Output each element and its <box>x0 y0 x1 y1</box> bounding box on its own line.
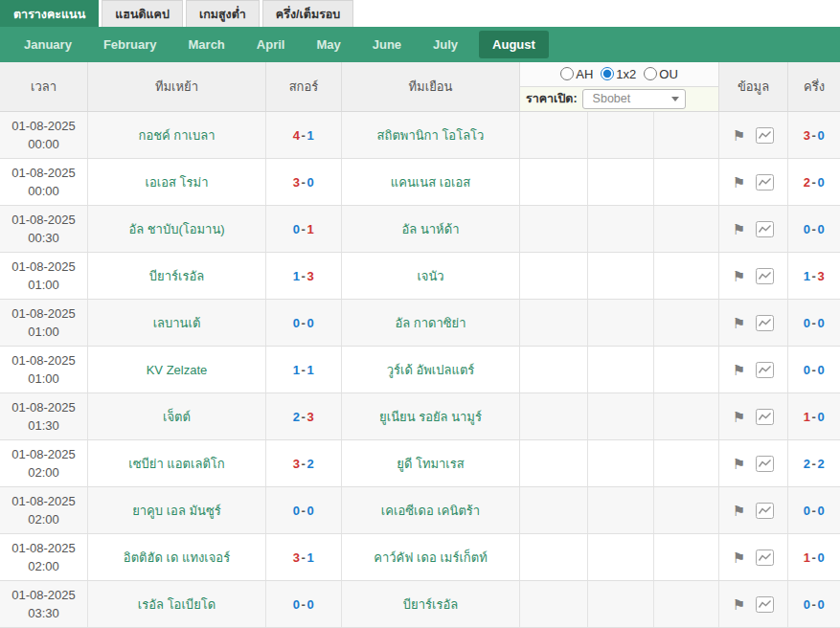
half-time-score: 2-0 <box>788 159 840 205</box>
flag-icon[interactable]: ⚑ <box>733 128 745 143</box>
month-april[interactable]: April <box>246 33 296 56</box>
month-july[interactable]: July <box>422 33 468 56</box>
month-march[interactable]: March <box>178 33 236 56</box>
flag-icon[interactable]: ⚑ <box>733 316 745 330</box>
match-date: 01-08-2025 <box>11 492 76 510</box>
away-team-link[interactable]: บียาร์เรอัล <box>399 594 462 615</box>
flag-icon[interactable]: ⚑ <box>733 504 745 518</box>
odds-cell-1 <box>520 393 588 439</box>
match-row: 01-08-2025 01:00 บียาร์เรอัล 1-3 เจนัว ⚑… <box>0 253 840 300</box>
odds-type-ah[interactable]: AH <box>560 67 593 81</box>
match-date: 01-08-2025 <box>11 304 76 323</box>
away-team-link[interactable]: อัล กาดาซิย่า <box>391 313 469 333</box>
chart-icon[interactable] <box>756 221 774 237</box>
odds-cell-1 <box>520 206 588 252</box>
info-cell: ⚑ <box>719 347 788 392</box>
away-team-link[interactable]: ยูดี โทมาเรส <box>393 454 467 474</box>
month-february[interactable]: February <box>93 33 168 56</box>
flag-icon[interactable]: ⚑ <box>733 410 745 424</box>
home-team-link[interactable]: เลบานเต้ <box>149 313 205 333</box>
tab-1[interactable]: แฮนดิแคป <box>102 0 183 27</box>
half-time-score: 0-0 <box>788 487 840 533</box>
tab-2[interactable]: เกมสูงต่ำ <box>186 0 260 27</box>
away-team-link[interactable]: สถิตพานิกา โอโลโว <box>374 125 488 146</box>
match-datetime: 01-08-2025 02:00 <box>0 440 88 486</box>
odds-type-1x2[interactable]: 1x2 <box>601 67 636 81</box>
chart-icon[interactable] <box>756 409 774 425</box>
chart-icon[interactable] <box>756 174 774 191</box>
odds-type-radio-1x2[interactable] <box>601 67 614 80</box>
odds-type-radio-ah[interactable] <box>560 67 574 80</box>
away-team-link[interactable]: เจนัว <box>413 266 447 286</box>
info-cell: ⚑ <box>719 300 788 346</box>
odds-type-radio-ou[interactable] <box>644 67 657 80</box>
table-header: เวลา ทีมเหย้า สกอร์ ทีมเยือน AH1x2OU ราค… <box>0 62 840 112</box>
month-may[interactable]: May <box>306 33 351 56</box>
info-cell: ⚑ <box>719 487 788 533</box>
odds-cell-x <box>588 393 654 439</box>
home-team-link[interactable]: ยาคูบ เอล มันซูร์ <box>128 501 225 521</box>
away-team-link[interactable]: วูร์เด้ อัพเปลแตร์ <box>383 360 479 380</box>
odds-cell-1 <box>520 440 588 486</box>
chart-icon[interactable] <box>756 550 774 566</box>
home-team-link[interactable]: เซบีย่า แอตเลติโก <box>125 454 228 474</box>
away-team-link[interactable]: แคนเนส เอเอส <box>387 172 474 192</box>
match-time: 02:00 <box>28 557 59 575</box>
month-january[interactable]: January <box>13 33 82 56</box>
odds-cell-x <box>588 487 654 533</box>
odds-cell-x <box>588 253 654 299</box>
home-team-link[interactable]: เรอัล โอเบียโด <box>134 594 219 615</box>
match-row: 01-08-2025 01:30 เจ็ตต์ 2-3 ยูเนียน รอยั… <box>0 393 840 440</box>
away-team-cell: วูร์เด้ อัพเปลแตร์ <box>342 347 520 392</box>
away-team-link[interactable]: อัล นาห์ด้า <box>398 219 464 239</box>
odds-cell-2 <box>654 581 719 627</box>
match-datetime: 01-08-2025 00:30 <box>0 206 88 252</box>
odds-cell-1 <box>520 300 588 346</box>
month-august[interactable]: August <box>479 31 549 58</box>
home-team-link[interactable]: เอเอส โรม่า <box>142 172 213 192</box>
away-team-link[interactable]: เคเอซีเดอ เคนิตร้า <box>377 501 484 521</box>
away-team-link[interactable]: คาว์คัฟ เดอ เมร์เก็ตท์ <box>370 548 490 568</box>
flag-icon[interactable]: ⚑ <box>733 222 745 236</box>
flag-icon[interactable]: ⚑ <box>733 597 745 612</box>
month-june[interactable]: June <box>362 33 412 56</box>
match-time: 00:00 <box>28 182 59 200</box>
half-time-score: 2-2 <box>788 440 840 486</box>
match-date: 01-08-2025 <box>11 211 76 229</box>
home-team-link[interactable]: อิตติฮัด เด แทงเจอร์ <box>120 548 234 568</box>
chart-icon[interactable] <box>756 456 774 472</box>
chart-icon[interactable] <box>756 127 774 144</box>
bookmaker-select[interactable]: Sbobet <box>582 89 686 109</box>
flag-icon[interactable]: ⚑ <box>733 363 745 377</box>
flag-icon[interactable]: ⚑ <box>733 550 745 565</box>
chart-icon[interactable] <box>756 596 774 613</box>
flag-icon[interactable]: ⚑ <box>733 269 745 283</box>
home-team-link[interactable]: เจ็ตต์ <box>159 407 194 427</box>
home-team-link[interactable]: อัล ชาบับ(โอมาน) <box>125 219 228 239</box>
odds-cell-x <box>588 300 654 346</box>
away-team-link[interactable]: ยูเนียน รอยัล นามูร์ <box>375 407 486 427</box>
flag-icon[interactable]: ⚑ <box>733 175 745 190</box>
half-time-score: 1-3 <box>788 253 840 299</box>
chart-icon[interactable] <box>756 268 774 284</box>
match-time: 03:30 <box>28 604 59 622</box>
chart-icon[interactable] <box>756 503 774 519</box>
home-team-link[interactable]: KV Zelzate <box>143 363 212 377</box>
match-time: 01:00 <box>28 276 59 294</box>
match-datetime: 01-08-2025 02:00 <box>0 487 88 533</box>
home-team-cell: KV Zelzate <box>88 347 266 392</box>
info-cell: ⚑ <box>719 393 788 439</box>
odds-type-ou[interactable]: OU <box>644 67 678 81</box>
flag-icon[interactable]: ⚑ <box>733 457 745 471</box>
tab-0[interactable]: ตารางคะแนน <box>0 0 99 27</box>
odds-cell-2 <box>654 534 719 580</box>
half-time-score: 0-0 <box>788 581 840 627</box>
chart-icon[interactable] <box>756 315 774 331</box>
home-team-cell: เรอัล โอเบียโด <box>88 581 266 627</box>
home-team-link[interactable]: บียาร์เรอัล <box>146 266 208 286</box>
header-home-team: ทีมเหย้า <box>88 62 266 111</box>
home-team-link[interactable]: กอชค์ กาเบลา <box>135 125 219 146</box>
tab-3[interactable]: ครึ่ง/เต็มรอบ <box>262 0 353 27</box>
match-time: 00:30 <box>28 229 59 247</box>
chart-icon[interactable] <box>756 362 774 378</box>
